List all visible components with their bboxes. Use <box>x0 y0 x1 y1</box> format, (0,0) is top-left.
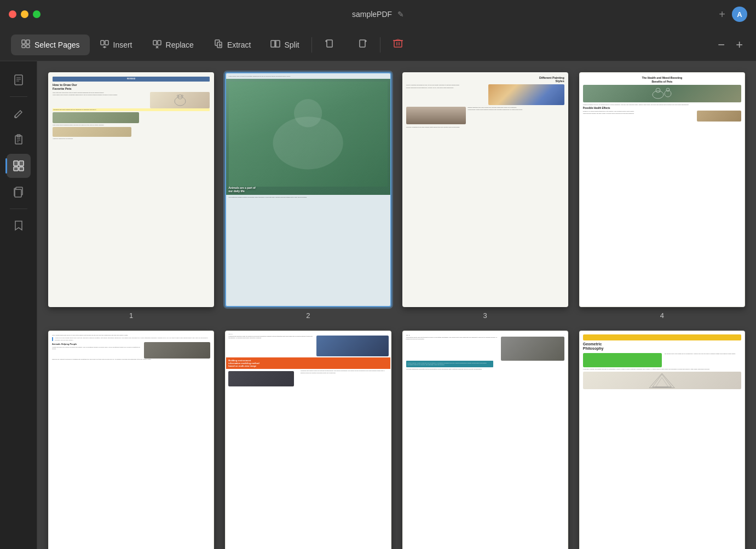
svg-point-51 <box>653 91 663 99</box>
replace-icon <box>152 39 162 51</box>
svg-rect-20 <box>394 41 402 47</box>
rotate-right-icon <box>356 38 368 52</box>
page-thumb-7[interactable]: ◆ ◆ ◆2 The practical results show that t… <box>402 331 568 549</box>
sidebar-item-clipboard[interactable] <box>7 128 31 152</box>
select-pages-label: Select Pages <box>34 41 80 49</box>
pages-grid: REVISED How to Draw OurFavorite Pets <box>48 72 745 549</box>
toolbar-divider-1 <box>311 37 312 53</box>
svg-rect-9 <box>158 41 161 45</box>
page-number-3: 3 <box>483 311 487 320</box>
svg-rect-8 <box>153 41 157 45</box>
extract-button[interactable]: Extract <box>204 34 261 55</box>
sidebar-item-bookmark[interactable] <box>7 213 31 238</box>
title-bar-right: + A <box>719 7 747 22</box>
toolbar: Select Pages Insert Replace <box>0 28 756 61</box>
replace-button[interactable]: Replace <box>142 34 204 55</box>
delete-button[interactable] <box>383 33 413 56</box>
svg-rect-40 <box>14 167 18 171</box>
svg-rect-15 <box>271 41 275 47</box>
pages-grid-icon[interactable] <box>7 154 31 178</box>
svg-rect-27 <box>15 75 22 85</box>
zoom-out-button[interactable]: − <box>715 36 727 54</box>
rotate-left-button[interactable] <box>314 33 346 56</box>
title-bar: samplePDF ✎ + A <box>0 0 756 28</box>
page-thumb-2[interactable]: Lorem ipsum dolor sit amet consectetur a… <box>225 72 391 307</box>
svg-point-45 <box>175 97 186 106</box>
page-thumb-6[interactable]: page ref2 Combined with practical cases … <box>225 331 391 549</box>
page-number-1: 1 <box>129 311 133 320</box>
extract-icon <box>213 39 223 51</box>
page-thumb-3[interactable]: Different PaintingStyles The art of pain… <box>402 72 568 307</box>
toolbar-zoom-controls: − + <box>715 36 745 54</box>
rotate-right-button[interactable] <box>346 33 378 56</box>
insert-icon <box>100 39 109 51</box>
svg-rect-39 <box>19 161 24 166</box>
svg-rect-38 <box>14 161 18 166</box>
minimize-button[interactable] <box>21 10 28 18</box>
rotate-left-icon <box>324 38 336 52</box>
svg-rect-4 <box>101 41 104 45</box>
select-pages-button[interactable]: Select Pages <box>11 34 90 55</box>
maximize-button[interactable] <box>33 10 41 18</box>
page-number-4: 4 <box>660 311 664 320</box>
svg-rect-0 <box>22 40 25 44</box>
page-thumb-8[interactable]: GeometricPhilosophy The specific point o… <box>579 331 745 549</box>
sidebar-divider-1 <box>10 96 27 97</box>
svg-point-52 <box>656 88 660 93</box>
close-button[interactable] <box>9 10 16 18</box>
page-thumb-5[interactable]: NIH is funding large-scale surveys to fi… <box>48 331 214 549</box>
page-number-2: 2 <box>306 311 310 320</box>
svg-rect-5 <box>105 41 108 45</box>
sidebar-divider-2 <box>10 209 27 209</box>
sidebar-item-document[interactable] <box>7 68 31 92</box>
page-container-5[interactable]: NIH is funding large-scale surveys to fi… <box>48 331 214 549</box>
svg-rect-1 <box>26 40 30 44</box>
svg-rect-44 <box>15 189 21 197</box>
document-view-icon[interactable] <box>7 68 31 92</box>
user-avatar[interactable]: A <box>732 7 747 22</box>
svg-rect-3 <box>26 45 30 48</box>
title-bar-center: samplePDF ✎ <box>352 10 404 19</box>
svg-marker-55 <box>653 374 672 386</box>
extract-label: Extract <box>227 41 251 49</box>
window-title: samplePDF <box>352 10 392 19</box>
svg-rect-2 <box>22 45 25 48</box>
delete-icon <box>393 38 403 51</box>
add-tab-button[interactable]: + <box>719 8 725 21</box>
toolbar-divider-2 <box>380 37 380 53</box>
page-container-1[interactable]: REVISED How to Draw OurFavorite Pets <box>48 72 214 320</box>
sidebar-item-edit[interactable] <box>7 101 31 125</box>
split-label: Split <box>284 41 299 49</box>
replace-label: Replace <box>166 41 194 49</box>
select-pages-icon <box>21 39 31 51</box>
zoom-in-button[interactable]: + <box>734 36 745 54</box>
sidebar-item-pages[interactable] <box>7 154 31 178</box>
sidebar-item-layers[interactable] <box>7 180 31 204</box>
svg-rect-19 <box>360 40 365 47</box>
page-container-8[interactable]: GeometricPhilosophy The specific point o… <box>579 331 745 549</box>
page-thumb-4[interactable]: The Health and Mood-BoostingBenefits of … <box>579 72 745 307</box>
page-container-2[interactable]: Lorem ipsum dolor sit amet consectetur a… <box>225 72 391 320</box>
svg-rect-41 <box>19 167 24 171</box>
edit-title-icon[interactable]: ✎ <box>397 10 404 19</box>
main-layout: REVISED How to Draw OurFavorite Pets <box>0 61 756 549</box>
svg-marker-56 <box>656 377 668 386</box>
svg-marker-57 <box>649 373 674 388</box>
insert-button[interactable]: Insert <box>90 34 142 55</box>
traffic-lights <box>9 10 41 18</box>
left-sidebar <box>0 61 37 549</box>
page-container-3[interactable]: Different PaintingStyles The art of pain… <box>402 72 568 320</box>
svg-point-50 <box>294 99 322 127</box>
svg-rect-16 <box>276 41 280 47</box>
page-container-4[interactable]: The Health and Mood-BoostingBenefits of … <box>579 72 745 320</box>
page-thumb-1[interactable]: REVISED How to Draw OurFavorite Pets <box>48 72 214 307</box>
page-container-7[interactable]: ◆ ◆ ◆2 The practical results show that t… <box>402 331 568 549</box>
insert-label: Insert <box>113 41 132 49</box>
page-container-6[interactable]: page ref2 Combined with practical cases … <box>225 331 391 549</box>
svg-rect-18 <box>327 40 332 47</box>
split-icon <box>270 39 280 51</box>
content-area[interactable]: REVISED How to Draw OurFavorite Pets <box>37 61 756 549</box>
split-button[interactable]: Split <box>261 34 309 55</box>
svg-point-54 <box>666 88 670 91</box>
